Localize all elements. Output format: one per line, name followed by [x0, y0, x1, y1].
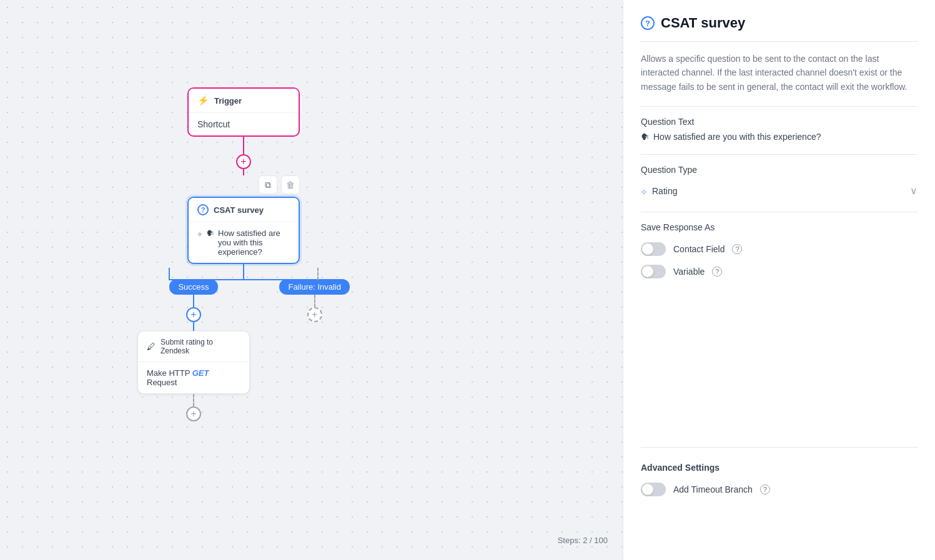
failure-connector — [314, 295, 315, 307]
question-type-value-row: ⬦ Rating — [641, 185, 677, 197]
question-text-value: How satisfied are you with this experien… — [653, 132, 821, 142]
contact-field-row: Contact Field ? — [641, 242, 918, 256]
submit-suffix: Request — [147, 378, 177, 387]
variable-help-icon[interactable]: ? — [712, 267, 722, 277]
success-connector — [193, 295, 194, 307]
delete-node-button[interactable]: 🗑 — [281, 175, 300, 194]
save-response-label: Save Response As — [641, 222, 918, 232]
diamond-icon: ⬦ — [641, 185, 647, 197]
panel-divider-5 — [641, 447, 918, 448]
canvas-area: ⚡ Trigger Shortcut + ⧉ 🗑 — [0, 0, 623, 560]
lightning-icon: ⚡ — [197, 95, 209, 106]
failure-label: Failure: Invalid — [279, 279, 350, 295]
connector-line-1 — [243, 137, 244, 154]
panel-divider-2 — [641, 106, 918, 107]
add-failure-step-button[interactable]: + — [307, 307, 322, 322]
success-label: Success — [169, 279, 217, 295]
trigger-node[interactable]: ⚡ Trigger Shortcut — [187, 87, 300, 137]
submit-method: GET — [192, 368, 209, 378]
submit-prefix: Make HTTP — [147, 368, 190, 378]
question-text-value-row: 🗣 How satisfied are you with this experi… — [641, 132, 918, 142]
contact-field-help-icon[interactable]: ? — [732, 244, 742, 254]
timeout-branch-row: Add Timeout Branch ? — [641, 483, 918, 496]
question-type-value: Rating — [652, 186, 677, 196]
branch-tree: Success + 🖊 Submit rating to Zendesk Mak… — [137, 264, 350, 421]
branch-arm-success: Success + 🖊 Submit rating to Zendesk Mak… — [137, 279, 250, 421]
submit-node[interactable]: 🖊 Submit rating to Zendesk Make HTTP GET… — [137, 331, 250, 394]
submit-connector-bottom — [193, 394, 194, 406]
success-connector-2 — [193, 322, 194, 331]
csat-node[interactable]: ? CSAT survey ⬦ 🗣 How satisfied are you … — [187, 197, 300, 264]
add-success-step-button[interactable]: + — [186, 307, 201, 322]
csat-body-emoji: 🗣 — [206, 228, 214, 238]
copy-node-button[interactable]: ⧉ — [259, 175, 277, 194]
timeout-branch-label: Add Timeout Branch — [673, 484, 753, 494]
variable-toggle[interactable] — [641, 265, 666, 278]
steps-max: 100 — [594, 536, 608, 545]
trigger-node-header: ⚡ Trigger — [189, 89, 299, 113]
timeout-branch-toggle[interactable] — [641, 483, 666, 496]
steps-separator: / — [590, 536, 592, 545]
branch-horizontal-bar — [169, 279, 319, 280]
submit-icon: 🖊 — [147, 341, 156, 351]
trigger-node-title: Trigger — [214, 96, 242, 106]
branch-arms: Success + 🖊 Submit rating to Zendesk Mak… — [137, 279, 350, 421]
right-panel: ? CSAT survey Allows a specific question… — [623, 0, 935, 560]
connector-line-2 — [243, 169, 244, 175]
add-step-button-1[interactable]: + — [236, 154, 251, 169]
csat-node-header: ? CSAT survey — [189, 198, 299, 222]
timeout-branch-help-icon[interactable]: ? — [760, 484, 770, 494]
question-type-row[interactable]: ⬦ Rating ∨ — [641, 180, 918, 202]
spacer — [641, 287, 918, 437]
csat-node-body: ⬦ 🗣 How satisfied are you with this expe… — [189, 222, 299, 263]
panel-description: Allows a specific question to be sent to… — [641, 52, 918, 94]
panel-help-icon[interactable]: ? — [641, 16, 655, 30]
panel-divider-3 — [641, 154, 918, 155]
contact-field-label: Contact Field — [673, 244, 725, 254]
csat-body-text: How satisfied are you with this experien… — [218, 228, 290, 257]
question-text-emoji: 🗣 — [641, 132, 650, 142]
steps-label: Steps: — [558, 536, 581, 545]
variable-row: Variable ? — [641, 265, 918, 278]
branch-left-vertical — [169, 268, 170, 280]
add-after-submit-button[interactable]: + — [186, 406, 201, 421]
copy-icon: ⧉ — [265, 180, 271, 190]
branch-connector-top — [243, 264, 244, 279]
panel-divider-4 — [641, 212, 918, 212]
submit-node-body: Make HTTP GET Request — [138, 362, 249, 393]
branch-right-vertical — [317, 268, 319, 280]
steps-counter: Steps: 2 / 100 — [558, 536, 608, 545]
contact-field-toggle[interactable] — [641, 242, 666, 256]
branch-arm-failure: Failure: Invalid + — [279, 279, 350, 322]
trigger-shortcut-text: Shortcut — [197, 119, 230, 129]
csat-node-title: CSAT survey — [214, 205, 264, 215]
panel-title-row: ? CSAT survey — [641, 15, 918, 31]
panel-title: CSAT survey — [661, 15, 745, 31]
variable-label: Variable — [673, 267, 705, 277]
question-icon: ? — [197, 204, 209, 215]
submit-node-title: Submit rating to Zendesk — [161, 338, 240, 355]
advanced-settings-title: Advanced Settings — [641, 463, 918, 473]
panel-divider-1 — [641, 41, 918, 42]
chevron-down-icon: ∨ — [910, 185, 918, 197]
submit-node-header: 🖊 Submit rating to Zendesk — [138, 332, 249, 362]
question-text-label: Question Text — [641, 117, 918, 127]
question-type-label: Question Type — [641, 165, 918, 175]
steps-current: 2 — [583, 536, 587, 545]
trigger-node-body: Shortcut — [189, 113, 299, 135]
delete-icon: 🗑 — [286, 180, 295, 190]
csat-body-icon: ⬦ — [197, 228, 202, 238]
flow-wrapper: ⚡ Trigger Shortcut + ⧉ 🗑 — [137, 87, 350, 421]
